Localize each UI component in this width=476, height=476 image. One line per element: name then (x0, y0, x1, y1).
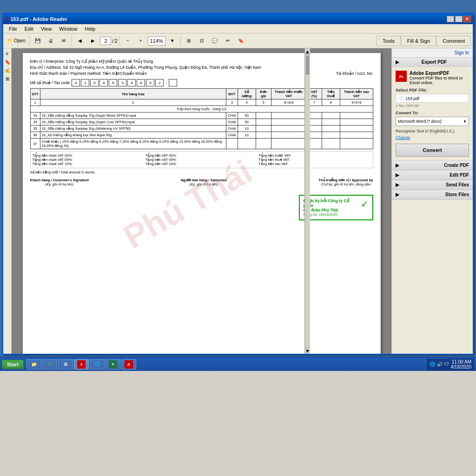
print-button[interactable]: 🖨 (45, 35, 57, 47)
row-tax (322, 132, 340, 139)
page-nav: / 2 (100, 37, 117, 45)
taskbar-icon-explore[interactable]: 📁 (26, 359, 41, 370)
select-pdf-label: Select PDF File: (396, 88, 469, 93)
scroll-thumb[interactable] (306, 56, 309, 74)
prev-page-button[interactable]: ◀ (74, 35, 86, 47)
page-number-input[interactable] (100, 37, 111, 45)
tax-digit-ext (169, 79, 177, 86)
change-link[interactable]: Change (396, 135, 410, 140)
row-stt: 37 (30, 139, 40, 149)
sidebar-icon-pages[interactable]: ≡ (4, 50, 11, 57)
subh-1: 1 (30, 99, 40, 106)
edit-chevron-icon: ▶ (396, 172, 399, 178)
send-files-header[interactable]: ▶ Send Files (392, 180, 473, 190)
row-total-post (340, 132, 373, 139)
markup-button[interactable]: ✏ (222, 35, 234, 47)
main-content: ≡ 🔖 ✍ ⊞ Phú Thái Đơn vị / Enterprise: Cô… (3, 48, 473, 354)
adobe-logo-text: Ac (399, 74, 403, 79)
row-stt: 35 (30, 126, 40, 132)
salesman-sig-sub: (Ký, ghi rõ họ tên) (181, 182, 227, 186)
table-row: Tiếp theo trang trước - trang 1/2 (30, 106, 373, 112)
row-tax (322, 139, 340, 149)
customer-sig-title: Khách hàng / Customer's Signature (30, 178, 89, 182)
taskbar-chrome-item[interactable]: 🌐 (90, 359, 105, 370)
table-subheader-row: 1 2 3 4 5 6=4x5 7 8 9=6+8 (30, 99, 373, 106)
export-pdf-title: ▶ (396, 60, 399, 65)
zoom-out-button[interactable]: − (122, 35, 134, 47)
menu-help[interactable]: Help (81, 25, 99, 33)
table-row: 36 19_Xịt chống nắng kháng bụi Skin Aqua… (30, 132, 373, 139)
row-price (256, 132, 271, 139)
comment-button[interactable]: 💬 (209, 35, 221, 47)
send-chevron-icon: ▶ (396, 182, 399, 187)
page-total: 2 (115, 38, 118, 44)
menu-file[interactable]: File (5, 25, 21, 33)
taskbar-adobe-item[interactable]: A (74, 359, 89, 370)
stamp-button[interactable]: 🔖 (235, 35, 247, 47)
col-total-pre: Thành tiền trước VAT (271, 89, 306, 99)
zoom-in-button[interactable]: + (135, 35, 147, 47)
menu-window[interactable]: Window (55, 25, 81, 33)
row-dvt: CHAI (226, 132, 238, 139)
col-sl: Số lượng (238, 89, 256, 99)
convert-to-dropdown[interactable]: Microsoft Word (*.docx) ▼ (396, 117, 469, 126)
row-price (256, 139, 271, 149)
app-icon: 🖥 (61, 360, 70, 369)
tax-digit-8: 9 (146, 79, 154, 86)
create-pdf-header[interactable]: ▶ Create PDF (392, 161, 473, 170)
company-line: Đơn vị / Enterprise: Công Ty Cổ phần Mỹ … (30, 59, 373, 65)
left-sidebar: ≡ 🔖 ✍ ⊞ (3, 48, 12, 354)
tax-label: Mã số thuế / Tax code: (30, 80, 71, 85)
zoom-dropdown-button[interactable]: ▼ (166, 35, 178, 47)
vat-totals: Tổng tiền trước VAT: Tổng tiền thuế VAT:… (258, 153, 370, 166)
start-button[interactable]: Start (2, 360, 24, 369)
toolbar-separator-3 (119, 36, 120, 46)
convert-button[interactable]: Convert (396, 144, 469, 157)
col-price: Đơn giá (256, 89, 271, 99)
subh-3: 3 (226, 99, 238, 106)
clock-time: 11:00 AM (451, 359, 472, 364)
close-button[interactable]: ✕ (463, 16, 471, 22)
fit-width-button[interactable]: ⊡ (196, 35, 208, 47)
open-button[interactable]: 📁 Open (5, 35, 27, 47)
tax-digit-2: 0 (90, 79, 99, 86)
minimize-button[interactable]: _ (447, 16, 454, 22)
taskbar-adobe-item2[interactable]: A (121, 359, 136, 370)
scroll-down-button[interactable]: ▼ (305, 347, 310, 354)
menu-edit[interactable]: Edit (21, 25, 37, 33)
email-button[interactable]: ✉ (58, 35, 70, 47)
tab-fill-sign[interactable]: Fill & Sign (401, 36, 436, 46)
sidebar-icon-layers[interactable]: ⊞ (4, 75, 11, 82)
taskbar-icon-refresh[interactable]: ↺ (42, 359, 57, 370)
adobe-export-desc: Convert PDF files to Word or Excel onlin… (410, 76, 469, 85)
edit-pdf-header[interactable]: ▶ Edit PDF (392, 171, 473, 180)
row-name: 19_Sữa chống nắng Sunplay 70g (Super Blo… (40, 112, 226, 119)
next-page-button[interactable]: ▶ (87, 35, 99, 47)
menu-view[interactable]: View (37, 25, 56, 33)
sidebar-icon-signatures[interactable]: ✍ (4, 67, 11, 73)
fit-page-button[interactable]: ⊞ (183, 35, 195, 47)
row-total-pre (271, 126, 306, 132)
row-sl (238, 139, 256, 149)
maximize-button[interactable]: □ (455, 16, 463, 22)
col-tax: Tiền thuế (322, 89, 340, 99)
taskbar-icon-app[interactable]: 🖥 (58, 359, 73, 370)
adobe-logo: Ac (396, 71, 407, 82)
row-total-post (340, 112, 373, 119)
table-row: 33 19_Sữa chống nắng Sunplay 70g (Super … (30, 112, 373, 119)
sidebar-icon-bookmarks[interactable]: 🔖 (4, 59, 11, 65)
pdf-viewer[interactable]: Phú Thái Đơn vị / Enterprise: Công Ty Cổ… (12, 48, 391, 354)
vertical-scrollbar[interactable]: ▲ ▼ (304, 48, 310, 354)
save-button[interactable]: 💾 (32, 35, 44, 47)
address-line: Địa chỉ / Address: Số 52 Ngõ Hoàng An A,… (30, 65, 373, 71)
tab-tools[interactable]: Tools (377, 36, 401, 46)
store-files-header[interactable]: ▶ Store Files (392, 190, 473, 199)
tax-code-row: Mã số thuế / Tax code: 0 1 0 6 6 3 9 6 9… (30, 79, 373, 86)
sign-in-bar[interactable]: Sign In (392, 48, 473, 58)
scroll-up-button[interactable]: ▲ (305, 48, 310, 55)
tab-comment[interactable]: Comment (436, 36, 471, 46)
taskbar-excel-item[interactable]: X (106, 359, 120, 370)
row-dvt: CHAI (226, 119, 238, 126)
export-pdf-header[interactable]: ▶ Export PDF (392, 58, 473, 67)
subh-2: 2 (40, 99, 226, 106)
